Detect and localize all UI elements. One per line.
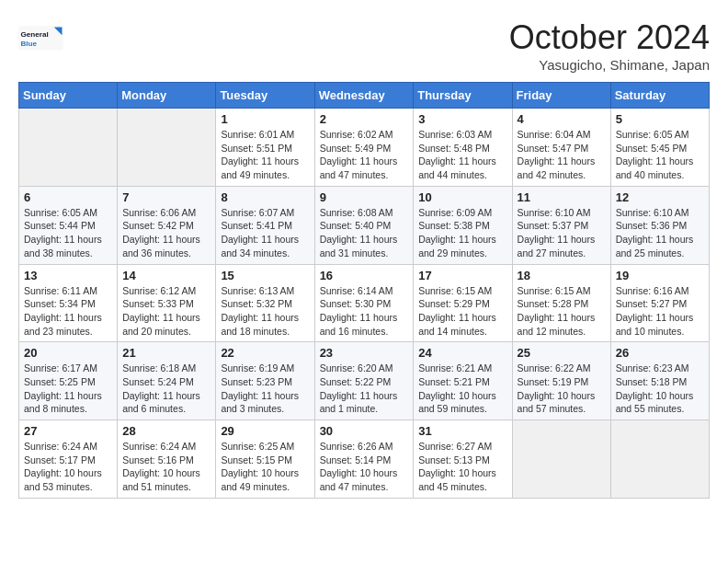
svg-text:General: General	[21, 30, 49, 39]
day-info: Sunrise: 6:05 AMSunset: 5:44 PMDaylight:…	[24, 206, 112, 260]
day-info: Sunrise: 6:12 AMSunset: 5:33 PMDaylight:…	[122, 284, 210, 339]
day-cell: 20Sunrise: 6:17 AMSunset: 5:25 PMDayligh…	[19, 342, 118, 420]
day-info: Sunrise: 6:25 AMSunset: 5:15 PMDaylight:…	[221, 440, 309, 494]
day-cell: 21Sunrise: 6:18 AMSunset: 5:24 PMDayligh…	[118, 342, 216, 420]
header-tuesday: Tuesday	[216, 83, 314, 109]
day-number: 16	[320, 269, 409, 282]
day-cell: 12Sunrise: 6:10 AMSunset: 5:36 PMDayligh…	[610, 186, 709, 264]
day-number: 25	[518, 346, 606, 360]
day-info: Sunrise: 6:04 AMSunset: 5:47 PMDaylight:…	[518, 128, 606, 182]
day-info: Sunrise: 6:19 AMSunset: 5:23 PMDaylight:…	[221, 362, 309, 416]
logo: General Blue	[18, 18, 64, 59]
day-cell: 22Sunrise: 6:19 AMSunset: 5:23 PMDayligh…	[216, 342, 314, 420]
day-cell: 15Sunrise: 6:13 AMSunset: 5:32 PMDayligh…	[216, 264, 314, 342]
day-cell: 19Sunrise: 6:16 AMSunset: 5:27 PMDayligh…	[610, 264, 709, 342]
week-row-1: 1Sunrise: 6:01 AMSunset: 5:51 PMDaylight…	[19, 109, 710, 187]
day-cell: 5Sunrise: 6:05 AMSunset: 5:45 PMDaylight…	[610, 109, 709, 187]
day-info: Sunrise: 6:10 AMSunset: 5:36 PMDaylight:…	[616, 206, 704, 260]
day-cell: 14Sunrise: 6:12 AMSunset: 5:33 PMDayligh…	[118, 264, 216, 342]
day-info: Sunrise: 6:14 AMSunset: 5:30 PMDaylight:…	[320, 284, 409, 339]
day-cell: 28Sunrise: 6:24 AMSunset: 5:16 PMDayligh…	[118, 420, 216, 499]
day-info: Sunrise: 6:15 AMSunset: 5:29 PMDaylight:…	[418, 284, 506, 339]
day-number: 11	[518, 190, 606, 204]
day-cell: 23Sunrise: 6:20 AMSunset: 5:22 PMDayligh…	[314, 342, 414, 420]
day-number: 15	[221, 269, 309, 282]
day-cell: 16Sunrise: 6:14 AMSunset: 5:30 PMDayligh…	[314, 264, 414, 342]
week-row-2: 6Sunrise: 6:05 AMSunset: 5:44 PMDaylight…	[19, 186, 710, 264]
day-info: Sunrise: 6:27 AMSunset: 5:13 PMDaylight:…	[418, 440, 506, 494]
day-info: Sunrise: 6:07 AMSunset: 5:41 PMDaylight:…	[221, 206, 309, 260]
day-info: Sunrise: 6:01 AMSunset: 5:51 PMDaylight:…	[221, 128, 309, 182]
header-wednesday: Wednesday	[314, 83, 414, 109]
day-info: Sunrise: 6:24 AMSunset: 5:17 PMDaylight:…	[24, 440, 112, 494]
day-number: 23	[320, 346, 409, 360]
day-number: 24	[418, 346, 506, 360]
day-cell: 7Sunrise: 6:06 AMSunset: 5:42 PMDaylight…	[118, 186, 216, 264]
day-info: Sunrise: 6:09 AMSunset: 5:38 PMDaylight:…	[418, 206, 506, 260]
week-row-4: 20Sunrise: 6:17 AMSunset: 5:25 PMDayligh…	[19, 342, 710, 420]
title-block: October 2024 Yasugicho, Shimane, Japan	[509, 18, 710, 73]
day-number: 3	[418, 112, 506, 126]
day-cell: 13Sunrise: 6:11 AMSunset: 5:34 PMDayligh…	[19, 264, 118, 342]
day-number: 18	[518, 269, 606, 282]
day-cell: 1Sunrise: 6:01 AMSunset: 5:51 PMDaylight…	[216, 109, 314, 187]
day-info: Sunrise: 6:17 AMSunset: 5:25 PMDaylight:…	[24, 362, 112, 416]
day-info: Sunrise: 6:11 AMSunset: 5:34 PMDaylight:…	[24, 284, 112, 339]
day-cell: 11Sunrise: 6:10 AMSunset: 5:37 PMDayligh…	[512, 186, 610, 264]
day-number: 26	[616, 346, 704, 360]
day-cell: 4Sunrise: 6:04 AMSunset: 5:47 PMDaylight…	[512, 109, 610, 187]
day-cell: 3Sunrise: 6:03 AMSunset: 5:48 PMDaylight…	[414, 109, 512, 187]
day-cell: 29Sunrise: 6:25 AMSunset: 5:15 PMDayligh…	[216, 420, 314, 499]
day-number: 20	[24, 346, 112, 360]
day-cell: 24Sunrise: 6:21 AMSunset: 5:21 PMDayligh…	[414, 342, 512, 420]
header-saturday: Saturday	[610, 83, 709, 109]
day-info: Sunrise: 6:18 AMSunset: 5:24 PMDaylight:…	[122, 362, 210, 416]
day-info: Sunrise: 6:22 AMSunset: 5:19 PMDaylight:…	[518, 362, 606, 416]
day-cell: 2Sunrise: 6:02 AMSunset: 5:49 PMDaylight…	[314, 109, 414, 187]
day-cell: 6Sunrise: 6:05 AMSunset: 5:44 PMDaylight…	[19, 186, 118, 264]
day-number: 6	[24, 190, 112, 204]
day-cell	[19, 109, 118, 187]
day-info: Sunrise: 6:24 AMSunset: 5:16 PMDaylight:…	[122, 440, 210, 494]
calendar-table: SundayMondayTuesdayWednesdayThursdayFrid…	[18, 82, 710, 499]
day-number: 5	[616, 112, 704, 126]
day-info: Sunrise: 6:05 AMSunset: 5:45 PMDaylight:…	[616, 128, 704, 182]
day-info: Sunrise: 6:10 AMSunset: 5:37 PMDaylight:…	[518, 206, 606, 260]
day-number: 30	[320, 424, 409, 438]
day-cell: 10Sunrise: 6:09 AMSunset: 5:38 PMDayligh…	[414, 186, 512, 264]
day-cell: 30Sunrise: 6:26 AMSunset: 5:14 PMDayligh…	[314, 420, 414, 499]
day-cell: 26Sunrise: 6:23 AMSunset: 5:18 PMDayligh…	[610, 342, 709, 420]
day-cell: 17Sunrise: 6:15 AMSunset: 5:29 PMDayligh…	[414, 264, 512, 342]
header-friday: Friday	[512, 83, 610, 109]
day-number: 19	[616, 269, 704, 282]
day-cell	[610, 420, 709, 499]
day-info: Sunrise: 6:16 AMSunset: 5:27 PMDaylight:…	[616, 284, 704, 339]
day-info: Sunrise: 6:15 AMSunset: 5:28 PMDaylight:…	[518, 284, 606, 339]
day-number: 1	[221, 112, 309, 126]
day-info: Sunrise: 6:13 AMSunset: 5:32 PMDaylight:…	[221, 284, 309, 339]
day-number: 13	[24, 269, 112, 282]
day-number: 12	[616, 190, 704, 204]
day-cell	[118, 109, 216, 187]
day-info: Sunrise: 6:20 AMSunset: 5:22 PMDaylight:…	[320, 362, 409, 416]
day-cell: 25Sunrise: 6:22 AMSunset: 5:19 PMDayligh…	[512, 342, 610, 420]
day-info: Sunrise: 6:26 AMSunset: 5:14 PMDaylight:…	[320, 440, 409, 494]
day-number: 7	[122, 190, 210, 204]
svg-text:Blue: Blue	[21, 40, 38, 48]
day-info: Sunrise: 6:21 AMSunset: 5:21 PMDaylight:…	[418, 362, 506, 416]
day-number: 29	[221, 424, 309, 438]
week-row-5: 27Sunrise: 6:24 AMSunset: 5:17 PMDayligh…	[19, 420, 710, 499]
day-number: 8	[221, 190, 309, 204]
day-cell: 8Sunrise: 6:07 AMSunset: 5:41 PMDaylight…	[216, 186, 314, 264]
day-number: 31	[418, 424, 506, 438]
day-number: 27	[24, 424, 112, 438]
day-number: 22	[221, 346, 309, 360]
day-info: Sunrise: 6:06 AMSunset: 5:42 PMDaylight:…	[122, 206, 210, 260]
location: Yasugicho, Shimane, Japan	[509, 57, 710, 73]
day-number: 4	[518, 112, 606, 126]
day-number: 10	[418, 190, 506, 204]
logo-svg: General Blue	[18, 18, 64, 59]
day-cell: 18Sunrise: 6:15 AMSunset: 5:28 PMDayligh…	[512, 264, 610, 342]
day-number: 2	[320, 112, 409, 126]
day-cell: 27Sunrise: 6:24 AMSunset: 5:17 PMDayligh…	[19, 420, 118, 499]
